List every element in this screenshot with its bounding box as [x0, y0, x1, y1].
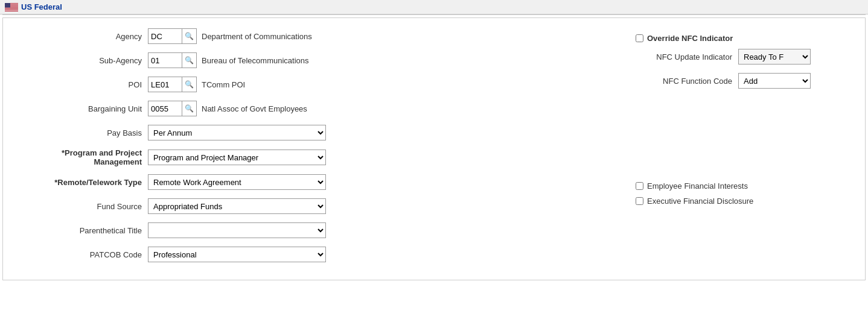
poi-search-icon: 🔍 — [185, 80, 194, 89]
patcob-code-label: PATCOB Code — [15, 250, 148, 259]
agency-control: 🔍 Department of Communications — [148, 28, 312, 44]
parenthetical-title-select[interactable] — [148, 222, 326, 238]
pay-basis-select[interactable]: Per Annum Per Hour Per Day — [148, 125, 326, 140]
nfc-function-code-label: NFC Function Code — [636, 77, 738, 86]
employee-financial-interests-checkbox[interactable] — [636, 182, 643, 190]
remote-telework-type-row: *Remote/Telework Type Remote Work Agreem… — [15, 174, 611, 191]
agency-input-group: 🔍 — [148, 28, 197, 44]
override-nfc-checkbox[interactable] — [636, 34, 643, 42]
agency-row: Agency 🔍 Department of Communications — [15, 28, 611, 45]
svg-rect-9 — [5, 8, 18, 9]
sub-agency-control: 🔍 Bureau of Telecommunications — [148, 52, 309, 68]
program-project-management-label: *Program and Project Management — [15, 148, 148, 166]
left-section: Agency 🔍 Department of Communications Su… — [15, 28, 611, 270]
employee-financial-interests-row: Employee Financial Interests — [636, 181, 853, 191]
form-layout: Agency 🔍 Department of Communications Su… — [15, 28, 853, 270]
poi-control: 🔍 TComm POI — [148, 77, 245, 92]
executive-financial-disclosure-label: Executive Financial Disclosure — [647, 197, 753, 206]
pay-basis-row: Pay Basis Per Annum Per Hour Per Day — [15, 124, 611, 141]
patcob-code-control: Professional Administrative Technical Cl… — [148, 247, 326, 262]
override-nfc-label: Override NFC Indicator — [647, 34, 733, 43]
remote-telework-type-select[interactable]: Remote Work Agreement Telework None — [148, 174, 326, 190]
pay-basis-control: Per Annum Per Hour Per Day — [148, 125, 326, 140]
poi-search-button[interactable]: 🔍 — [182, 77, 196, 92]
executive-financial-disclosure-checkbox[interactable] — [636, 197, 643, 205]
agency-search-button[interactable]: 🔍 — [182, 29, 196, 43]
program-project-management-control: Program and Project Manager Not Applicab… — [148, 150, 326, 165]
svg-rect-7 — [5, 7, 18, 8]
poi-input-group: 🔍 — [148, 77, 197, 92]
patcob-code-select[interactable]: Professional Administrative Technical Cl… — [148, 247, 326, 262]
executive-financial-disclosure-row: Executive Financial Disclosure — [636, 197, 853, 206]
bargaining-unit-input-group: 🔍 — [148, 101, 197, 116]
sub-agency-input[interactable] — [148, 53, 182, 68]
parenthetical-title-control — [148, 222, 326, 238]
sub-agency-description: Bureau of Telecommunications — [202, 56, 309, 65]
right-spacer — [636, 97, 853, 181]
remote-telework-type-label: *Remote/Telework Type — [15, 178, 148, 187]
bargaining-unit-row: Bargaining Unit 🔍 Natl Assoc of Govt Emp… — [15, 100, 611, 117]
main-content: Agency 🔍 Department of Communications Su… — [2, 17, 866, 280]
remote-telework-type-control: Remote Work Agreement Telework None — [148, 174, 326, 190]
sub-agency-search-icon: 🔍 — [185, 56, 194, 65]
sub-agency-row: Sub-Agency 🔍 Bureau of Telecommunication… — [15, 52, 611, 69]
svg-rect-13 — [5, 3, 10, 8]
bargaining-unit-search-icon: 🔍 — [185, 104, 194, 113]
agency-search-icon: 🔍 — [185, 32, 194, 40]
override-nfc-row: Override NFC Indicator — [636, 34, 853, 43]
bargaining-unit-search-button[interactable]: 🔍 — [182, 101, 196, 116]
agency-input[interactable] — [148, 29, 182, 43]
patcob-code-row: PATCOB Code Professional Administrative … — [15, 246, 611, 263]
nfc-update-indicator-label: NFC Update Indicator — [636, 52, 738, 61]
fund-source-control: Appropriated Funds Non-Appropriated Fund… — [148, 198, 326, 214]
poi-label: POI — [15, 80, 148, 89]
poi-row: POI 🔍 TComm POI — [15, 76, 611, 93]
header-bar: US Federal — [0, 0, 868, 14]
svg-rect-8 — [5, 8, 18, 8]
parenthetical-title-row: Parenthetical Title — [15, 222, 611, 239]
pay-basis-label: Pay Basis — [15, 128, 148, 137]
program-project-management-row: *Program and Project Management Program … — [15, 148, 611, 166]
program-project-management-select[interactable]: Program and Project Manager Not Applicab… — [148, 150, 326, 165]
parenthetical-title-label: Parenthetical Title — [15, 226, 148, 235]
nfc-update-indicator-row: NFC Update Indicator Ready To F Ready To… — [636, 49, 853, 65]
fund-source-label: Fund Source — [15, 202, 148, 211]
svg-rect-12 — [5, 10, 18, 11]
employee-financial-interests-label: Employee Financial Interests — [647, 181, 748, 191]
sub-agency-label: Sub-Agency — [15, 56, 148, 65]
agency-description: Department of Communications — [202, 32, 312, 41]
sub-agency-search-button[interactable]: 🔍 — [182, 53, 196, 68]
poi-input[interactable] — [148, 77, 182, 92]
poi-description: TComm POI — [202, 80, 245, 89]
bargaining-unit-description: Natl Assoc of Govt Employees — [202, 104, 307, 113]
svg-rect-11 — [5, 10, 18, 10]
nfc-function-code-row: NFC Function Code Add Change Delete — [636, 73, 853, 89]
bargaining-unit-control: 🔍 Natl Assoc of Govt Employees — [148, 101, 307, 116]
agency-label: Agency — [15, 32, 148, 41]
svg-rect-10 — [5, 9, 18, 10]
header-title: US Federal — [21, 2, 62, 11]
us-flag-icon — [5, 3, 18, 11]
sub-agency-input-group: 🔍 — [148, 52, 197, 68]
fund-source-row: Fund Source Appropriated Funds Non-Appro… — [15, 198, 611, 215]
nfc-function-code-select[interactable]: Add Change Delete — [738, 73, 811, 89]
bargaining-unit-label: Bargaining Unit — [15, 104, 148, 113]
fund-source-select[interactable]: Appropriated Funds Non-Appropriated Fund… — [148, 198, 326, 214]
nfc-update-indicator-select[interactable]: Ready To F Ready To Process Not Ready — [738, 49, 811, 65]
bargaining-unit-input[interactable] — [148, 101, 182, 116]
right-section: Override NFC Indicator NFC Update Indica… — [636, 28, 853, 270]
